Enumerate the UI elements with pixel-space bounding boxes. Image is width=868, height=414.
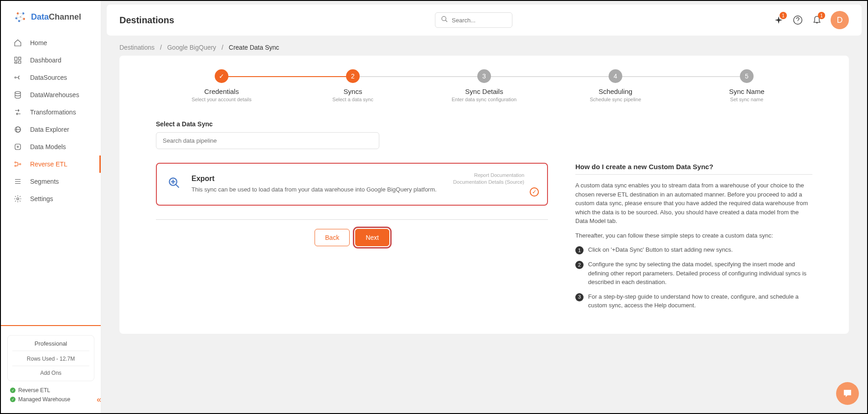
svg-rect-13 [15, 144, 21, 150]
segments-icon [14, 177, 22, 186]
plan-card: Professional Rows Used - 12.7M Add Ons [7, 335, 94, 381]
svg-rect-7 [19, 57, 21, 59]
nav-item-home[interactable]: Home [1, 34, 101, 52]
nav-label: Home [30, 39, 47, 47]
nav-item-settings[interactable]: Settings [1, 190, 101, 207]
next-button[interactable]: Next [355, 229, 389, 246]
rows-used: Rows Used - 12.7M [12, 356, 89, 366]
nav-item-reverseetl[interactable]: Reverse ETL [1, 155, 101, 173]
section-title: Select a Data Sync [156, 120, 812, 128]
nav-item-transformations[interactable]: Transformations [1, 104, 101, 121]
help-step: 1Click on '+Data Sync' Button to start a… [575, 245, 812, 254]
back-button[interactable]: Back [315, 229, 350, 246]
svg-point-11 [15, 92, 21, 94]
bell-badge: 1 [818, 12, 825, 19]
bell-button[interactable]: 1 [811, 15, 822, 26]
breadcrumb-item-current: Create Data Sync [229, 44, 279, 51]
nav-item-datawarehouses[interactable]: DataWarehouses [1, 86, 101, 104]
content-card: ✓ Credentials Select your account detail… [119, 56, 849, 334]
svg-point-19 [442, 16, 446, 21]
main: Destinations 1 1 D Destinations / Google… [101, 1, 867, 413]
sync-card-desc: This sync can be used to load data from … [191, 186, 536, 194]
nav-label: Reverse ETL [30, 160, 67, 168]
step-credentials[interactable]: ✓ Credentials Select your account detail… [156, 69, 287, 102]
explorer-icon [14, 125, 22, 134]
addon-item: Managed Warehouse [10, 395, 92, 404]
avatar[interactable]: D [831, 11, 849, 29]
addon-list: Reverse ETL Managed Warehouse [1, 386, 101, 413]
page-title: Destinations [119, 15, 174, 26]
step-circle: 3 [477, 69, 491, 83]
step-syncs[interactable]: 2 Syncs Select a data sync [287, 69, 418, 102]
help-para: A custom data sync enables you to stream… [575, 181, 812, 226]
nav-item-dataexplorer[interactable]: Data Explorer [1, 121, 101, 138]
breadcrumb: Destinations / Google BigQuery / Create … [101, 39, 867, 56]
logo[interactable]: DataChannel [1, 1, 101, 31]
search-pipeline-input[interactable] [156, 132, 379, 149]
help-step: 2Configure the sync by selecting the dat… [575, 260, 812, 287]
svg-rect-6 [15, 57, 17, 61]
check-icon [10, 388, 16, 393]
logo-text: DataChannel [31, 12, 81, 22]
header-right: 1 1 D [773, 11, 849, 29]
chat-fab[interactable] [836, 382, 859, 405]
step-circle: ✓ [215, 69, 228, 83]
step-scheduling[interactable]: 4 Scheduling Schedule sync pipeline [550, 69, 681, 102]
nav-label: Data Explorer [30, 126, 69, 133]
sync-card-links: Report Documentation Documentation Detai… [453, 172, 524, 186]
buttons-row: Back Next [156, 229, 548, 246]
dashboard-icon [14, 56, 22, 64]
doc-details-link[interactable]: Documentation Details (Source) [453, 179, 524, 186]
svg-point-14 [17, 146, 19, 148]
help-para: Thereafter, you can follow these simple … [575, 231, 812, 240]
reverseetl-icon [14, 160, 22, 168]
breadcrumb-item[interactable]: Destinations [119, 44, 155, 51]
sparkle-button[interactable]: 1 [773, 15, 784, 26]
addons-label: Add Ons [12, 366, 89, 376]
sparkle-badge: 1 [780, 12, 787, 19]
home-icon [14, 39, 22, 47]
nav-label: Dashboard [30, 57, 62, 64]
search-input[interactable] [452, 17, 506, 24]
help-step: 3For a step-by-step guide to understand … [575, 292, 812, 310]
svg-rect-8 [19, 61, 21, 63]
nav-label: Settings [30, 195, 53, 202]
breadcrumb-item[interactable]: Google BigQuery [167, 44, 216, 51]
addon-item: Reverse ETL [10, 386, 92, 395]
sync-card-export[interactable]: Export This sync can be used to load dat… [156, 163, 548, 206]
step-circle: 4 [609, 69, 622, 83]
check-icon [10, 397, 16, 402]
transform-icon [14, 108, 22, 116]
nav-label: Transformations [30, 109, 76, 116]
step-syncname[interactable]: 5 Sync Name Set sync name [681, 69, 812, 102]
model-icon [14, 143, 22, 151]
sidebar: DataChannel Home Dashboard DataSources D… [1, 1, 101, 413]
nav-label: Data Models [30, 143, 66, 150]
nav-list: Home Dashboard DataSources DataWarehouse… [1, 31, 101, 325]
plan-name: Professional [12, 340, 89, 351]
step-circle: 2 [346, 69, 360, 83]
svg-point-17 [20, 164, 21, 165]
nav-item-segments[interactable]: Segments [1, 173, 101, 190]
help-button[interactable] [792, 15, 803, 26]
svg-point-16 [15, 165, 16, 166]
nav-label: Segments [30, 178, 59, 185]
search-box[interactable] [435, 12, 512, 28]
sidebar-bottom: Professional Rows Used - 12.7M Add Ons R… [1, 325, 101, 413]
warehouse-icon [14, 91, 22, 99]
help-title: How do I create a new Custom Data Sync? [575, 163, 812, 171]
nav-item-datamodels[interactable]: Data Models [1, 138, 101, 155]
help-panel: How do I create a new Custom Data Sync? … [575, 163, 812, 316]
nav-item-dashboard[interactable]: Dashboard [1, 52, 101, 69]
gear-icon [14, 195, 22, 203]
export-icon [168, 176, 181, 189]
step-syncdetails[interactable]: 3 Sync Details Enter data sync configura… [418, 69, 550, 102]
search-icon [441, 16, 448, 25]
collapse-sidebar-button[interactable]: « [93, 394, 104, 405]
nav-label: DataSources [30, 74, 67, 81]
nav-item-datasources[interactable]: DataSources [1, 69, 101, 86]
datasource-icon [14, 73, 22, 82]
step-circle: 5 [740, 69, 754, 83]
report-doc-link[interactable]: Report Documentation [453, 172, 524, 179]
help-steps: 1Click on '+Data Sync' Button to start a… [575, 245, 812, 310]
